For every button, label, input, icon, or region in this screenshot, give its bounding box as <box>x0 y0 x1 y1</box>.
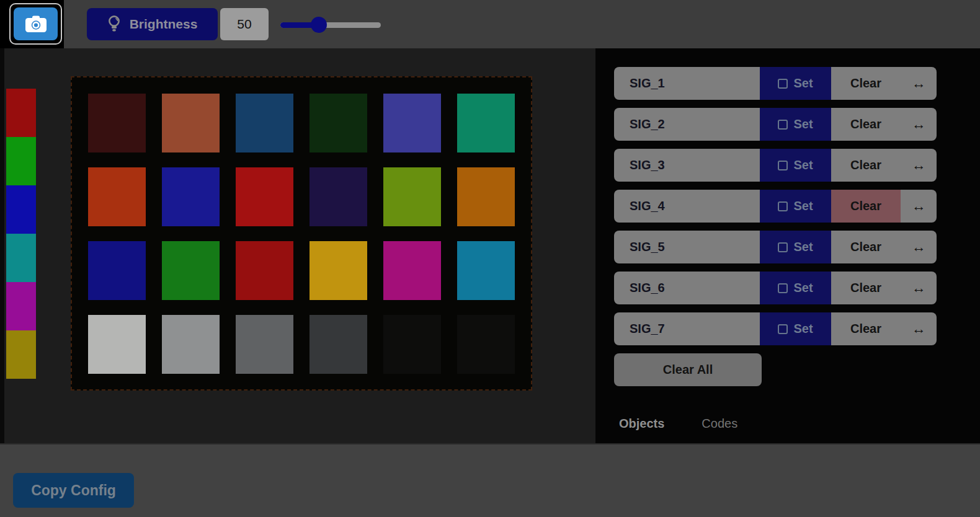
resize-arrow-icon[interactable]: ↔ <box>901 67 937 100</box>
checker-patch <box>162 167 220 226</box>
resize-arrow-icon[interactable]: ↔ <box>901 149 937 182</box>
signal-row: SIG_1 Set Clear ↔ <box>614 67 937 100</box>
checker-patch <box>383 241 441 300</box>
camera-icon <box>25 15 47 33</box>
checker-patch <box>457 315 515 374</box>
signal-row: SIG_4 Set Clear ↔ <box>614 190 937 223</box>
signal-row: SIG_3 Set Clear ↔ <box>614 149 937 182</box>
clear-button[interactable]: Clear <box>831 149 901 182</box>
checker-patch <box>457 94 515 152</box>
checker-patch <box>236 94 293 152</box>
signal-row: SIG_2 Set Clear ↔ <box>614 108 937 141</box>
clear-button-label: Clear <box>850 322 881 336</box>
checker-patch <box>162 94 220 152</box>
checker-patch <box>162 241 220 300</box>
signal-panel: SIG_1 Set Clear ↔ SIG_2 Set Clear ↔ SIG_… <box>595 48 980 443</box>
resize-arrow-icon[interactable]: ↔ <box>901 190 937 223</box>
resize-arrow-icon[interactable]: ↔ <box>901 108 937 141</box>
signal-rows: SIG_1 Set Clear ↔ SIG_2 Set Clear ↔ SIG_… <box>614 67 937 353</box>
footer-bar: Copy Config <box>0 443 980 517</box>
clear-button[interactable]: Clear <box>831 108 901 141</box>
copy-config-button[interactable]: Copy Config <box>13 473 134 508</box>
clear-button-label: Clear <box>850 240 881 254</box>
signal-name-field[interactable]: SIG_2 <box>614 108 760 141</box>
signal-name-field[interactable]: SIG_4 <box>614 190 760 223</box>
clear-button[interactable]: Clear <box>831 272 901 304</box>
checkbox-icon[interactable] <box>778 242 788 252</box>
camera-button-slot <box>0 0 64 48</box>
resize-arrow-icon[interactable]: ↔ <box>901 231 937 263</box>
set-button-label: Set <box>793 158 813 172</box>
color-checker-grid <box>72 77 531 389</box>
signal-name-field[interactable]: SIG_5 <box>614 231 760 263</box>
tab-codes[interactable]: Codes <box>702 415 737 432</box>
clear-button-label: Clear <box>850 117 881 131</box>
set-button-label: Set <box>793 240 813 254</box>
set-button[interactable]: Set <box>760 67 831 100</box>
signal-name-field[interactable]: SIG_6 <box>614 272 760 304</box>
signal-name-field[interactable]: SIG_7 <box>614 312 760 345</box>
camera-video-frame[interactable] <box>4 48 595 443</box>
set-button-label: Set <box>793 117 813 131</box>
toolbar: Brightness <box>0 0 980 48</box>
set-button[interactable]: Set <box>760 108 831 141</box>
brightness-button[interactable]: Brightness <box>87 8 218 40</box>
checker-patch <box>457 241 515 300</box>
strip-color-patch <box>6 282 36 330</box>
app-window: Brightness SIG_1 Set Clear ↔ SI <box>0 0 980 517</box>
checker-patch <box>457 167 515 226</box>
strip-color-patch <box>6 330 36 379</box>
signal-row: SIG_6 Set Clear ↔ <box>614 272 937 304</box>
strip-color-patch <box>6 89 36 137</box>
brightness-slider[interactable] <box>280 16 381 33</box>
signal-name-field[interactable]: SIG_3 <box>614 149 760 182</box>
signal-name-field[interactable]: SIG_1 <box>614 67 760 100</box>
checker-patch <box>310 241 367 300</box>
checker-patch <box>310 167 367 226</box>
set-button[interactable]: Set <box>760 231 831 263</box>
clear-all-button[interactable]: Clear All <box>614 353 762 386</box>
checker-patch <box>383 315 441 374</box>
checker-patch <box>88 167 146 226</box>
checker-patch <box>88 94 146 152</box>
checker-patch <box>310 315 367 374</box>
lightbulb-icon <box>107 15 121 33</box>
checkbox-icon[interactable] <box>778 283 788 293</box>
checkbox-icon[interactable] <box>778 324 788 334</box>
set-button[interactable]: Set <box>760 190 831 223</box>
checkbox-icon[interactable] <box>778 79 788 89</box>
checker-patch <box>383 94 441 152</box>
checkbox-icon[interactable] <box>778 161 788 170</box>
set-button-label: Set <box>793 281 813 295</box>
checkbox-icon[interactable] <box>778 201 788 211</box>
checker-patch <box>236 167 293 226</box>
clear-button[interactable]: Clear <box>831 312 901 345</box>
clear-button[interactable]: Clear <box>831 190 901 223</box>
clear-button[interactable]: Clear <box>831 231 901 263</box>
set-button-label: Set <box>793 76 813 91</box>
checker-patch <box>236 241 293 300</box>
resize-arrow-icon[interactable]: ↔ <box>901 272 937 304</box>
checker-patch <box>236 315 293 374</box>
checkbox-icon[interactable] <box>778 120 788 130</box>
checker-patch <box>310 94 367 152</box>
clear-button-label: Clear <box>850 158 881 172</box>
signal-row: SIG_5 Set Clear ↔ <box>614 231 937 263</box>
signal-row: SIG_7 Set Clear ↔ <box>614 312 937 345</box>
brightness-value-input[interactable] <box>220 8 269 40</box>
slider-thumb[interactable] <box>311 17 327 33</box>
clear-button[interactable]: Clear <box>831 67 901 100</box>
tab-bar: Objects Codes <box>619 415 737 432</box>
camera-button[interactable] <box>14 7 58 40</box>
tab-objects[interactable]: Objects <box>619 415 664 432</box>
clear-button-label: Clear <box>850 76 881 91</box>
set-button[interactable]: Set <box>760 312 831 345</box>
camera-view <box>0 48 595 443</box>
color-strip <box>6 89 36 379</box>
set-button[interactable]: Set <box>760 149 831 182</box>
set-button[interactable]: Set <box>760 272 831 304</box>
set-button-label: Set <box>793 322 813 336</box>
checker-patch <box>88 241 146 300</box>
resize-arrow-icon[interactable]: ↔ <box>901 312 937 345</box>
strip-color-patch <box>6 234 36 282</box>
